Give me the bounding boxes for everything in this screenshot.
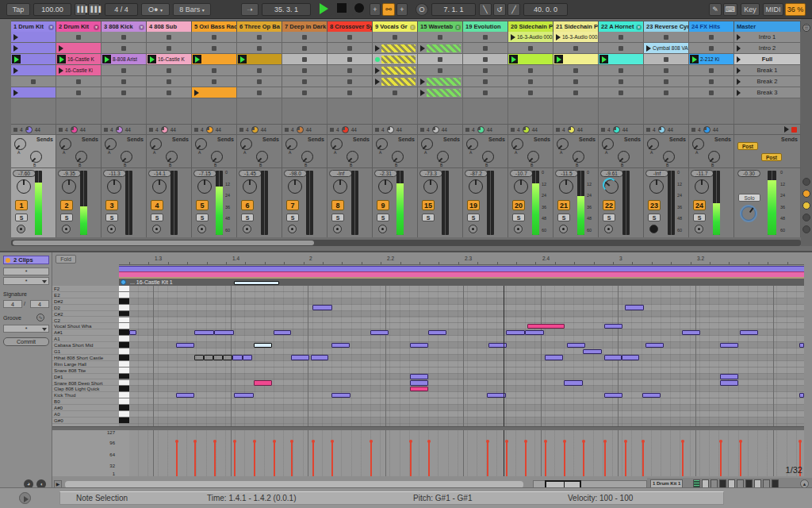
note-name-row[interactable]: C#2 <box>52 311 119 318</box>
midi-note[interactable] <box>194 355 204 360</box>
clip-play-button[interactable] <box>12 55 21 64</box>
velocity-lane[interactable] <box>129 430 804 476</box>
midi-note[interactable] <box>604 393 622 398</box>
audio-clip-hatched[interactable] <box>381 56 416 64</box>
midi-note[interactable] <box>331 343 350 348</box>
clip-slot[interactable] <box>192 32 237 43</box>
velocity-marker[interactable] <box>642 441 644 476</box>
piano-key[interactable] <box>119 342 129 348</box>
velocity-marker[interactable] <box>176 441 178 476</box>
clip-slot[interactable] <box>373 43 418 54</box>
send-a-knob[interactable] <box>331 138 343 150</box>
clip-slot[interactable] <box>237 87 282 98</box>
clip-slot[interactable]: 16-Castle K <box>56 54 102 65</box>
velocity-marker[interactable] <box>682 441 684 476</box>
midi-note[interactable] <box>176 343 194 348</box>
track-activator-button[interactable]: 1 <box>15 200 28 210</box>
clip-name-field[interactable]: * <box>3 267 49 275</box>
beat-time-ruler[interactable]: 1.31.422.22.32.433.2 <box>119 254 804 265</box>
nudge-up-button[interactable]: ▐▐▐ <box>88 3 100 16</box>
play-button[interactable] <box>316 3 331 16</box>
clip-slot[interactable]: 16-3-Audio 0002 <box>553 32 599 43</box>
piano-key[interactable] <box>119 386 129 392</box>
clip-slot[interactable] <box>192 65 237 76</box>
solo-button[interactable]: S <box>557 214 570 221</box>
send-a-knob[interactable] <box>150 138 162 150</box>
send-b-knob[interactable] <box>663 151 675 163</box>
pan-knob[interactable] <box>604 179 619 194</box>
commit-button[interactable]: Commit <box>3 337 49 346</box>
midi-note[interactable] <box>622 355 639 360</box>
clip-slot[interactable] <box>373 65 418 76</box>
midi-note[interactable] <box>645 343 664 348</box>
note-name-row[interactable]: Cabasa Short Mid <box>52 342 119 348</box>
arm-record-button[interactable] <box>604 225 613 233</box>
clip-play-button[interactable] <box>690 55 699 64</box>
clip-header[interactable]: 2 Clips <box>3 256 49 264</box>
clip-slot[interactable] <box>11 76 56 87</box>
scene-play-icon[interactable] <box>737 90 741 96</box>
piano-key[interactable] <box>119 411 129 418</box>
note-name-row[interactable]: Rim Large Hall <box>52 361 119 368</box>
midi-map-button[interactable]: MIDI <box>763 3 783 16</box>
note-name-row[interactable]: B0 <box>52 398 119 405</box>
note-name-row[interactable]: D#2 <box>52 298 119 305</box>
loop-length-field[interactable]: 40. 0. 0 <box>523 3 568 16</box>
clip-slot[interactable] <box>508 76 553 87</box>
track-header[interactable]: 19 Evolution <box>463 21 508 32</box>
volume-db-display[interactable]: -Inf <box>329 170 352 177</box>
groove-menu[interactable]: * <box>3 325 49 333</box>
clip-slot[interactable] <box>599 32 644 43</box>
clip-slot[interactable] <box>327 32 373 43</box>
track-stop-button[interactable] <box>375 128 379 132</box>
solo-button[interactable]: S <box>196 214 209 221</box>
send-a-knob[interactable] <box>14 138 26 150</box>
note-name-row[interactable]: Vocal Shout Wha <box>52 323 119 329</box>
clip-play-button[interactable] <box>554 55 563 64</box>
clip-slot[interactable] <box>689 87 734 98</box>
scene-play-icon[interactable] <box>737 56 741 63</box>
volume-db-display[interactable]: -87.2 <box>465 170 488 177</box>
clip-slot[interactable] <box>327 54 373 65</box>
clip-slot[interactable] <box>508 87 553 98</box>
arm-record-button[interactable] <box>17 225 25 233</box>
piano-key[interactable] <box>119 292 129 298</box>
midi-note[interactable] <box>243 355 252 360</box>
note-name-row[interactable]: G#0 <box>52 418 119 424</box>
velocity-marker[interactable] <box>291 441 293 476</box>
send-b-knob[interactable] <box>618 151 630 163</box>
tempo-field[interactable]: 100.00 <box>33 3 71 16</box>
track-header[interactable]: 24 FX Hits <box>689 21 734 32</box>
overdub-plus-button[interactable]: + <box>370 3 381 16</box>
tap-tempo-button[interactable]: Tap <box>6 3 30 16</box>
piano-key[interactable] <box>119 398 129 405</box>
clip-play-button[interactable] <box>420 79 425 85</box>
midi-note[interactable] <box>223 355 232 360</box>
clip-slot[interactable]: 16-Castle K <box>147 54 192 65</box>
loop-switch-icon[interactable]: ↺ <box>493 3 506 16</box>
note-name-row[interactable]: E2 <box>52 292 119 298</box>
clip-play-button[interactable] <box>147 55 156 64</box>
track-activator-button[interactable]: 21 <box>557 200 570 210</box>
track-activator-button[interactable]: 24 <box>693 200 706 210</box>
arm-record-button[interactable] <box>514 225 523 233</box>
clip-slot[interactable] <box>11 43 56 54</box>
piano-key[interactable] <box>119 380 129 387</box>
track-chevron-icon[interactable]: ▾ <box>94 25 99 30</box>
volume-db-display[interactable]: -1.45 <box>239 170 262 177</box>
midi-note[interactable] <box>194 330 214 336</box>
velocity-marker[interactable] <box>274 441 275 476</box>
volume-db-display[interactable]: -11.5 <box>555 170 578 177</box>
pan-knob[interactable] <box>243 179 257 194</box>
clip-slot[interactable] <box>237 76 282 87</box>
velocity-marker[interactable] <box>234 441 236 476</box>
clip-slot[interactable] <box>599 65 644 76</box>
clip-slot[interactable] <box>192 76 237 87</box>
midi-note[interactable] <box>204 355 213 360</box>
nudge-down-button[interactable]: ▐▐▐ <box>75 3 86 16</box>
send-b-knob[interactable] <box>708 151 720 163</box>
scene-play-icon[interactable] <box>737 67 741 74</box>
solo-button[interactable]: S <box>286 214 299 221</box>
metronome-button[interactable]: O● ▾ <box>141 3 170 16</box>
midi-note[interactable] <box>254 343 272 348</box>
